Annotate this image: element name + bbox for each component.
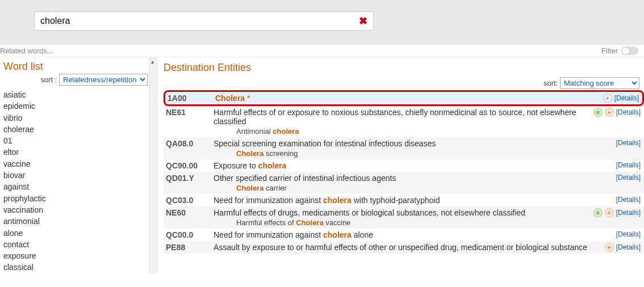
entity-subtext: Antimonial cholera xyxy=(236,127,593,136)
details-link[interactable]: [Details] xyxy=(616,230,641,238)
entity-subtext: Cholera carrier xyxy=(236,184,616,192)
postcoord-icon[interactable]: ≡ xyxy=(593,208,603,217)
entity-row[interactable]: NE61Harmful effects of or exposure to no… xyxy=(164,106,644,137)
wordlist-sort-select[interactable]: Relatedness/repetition xyxy=(59,74,148,86)
wordlist-sort-label: sort : xyxy=(40,75,57,84)
postcoord-icon[interactable]: ≡ xyxy=(593,108,603,117)
clear-icon[interactable]: ✖ xyxy=(359,15,367,27)
entity-description: Need for immunization against cholera al… xyxy=(214,230,616,239)
word-list-item[interactable]: biovar xyxy=(3,170,158,181)
entity-actions: +[Details] xyxy=(605,243,641,252)
details-link[interactable]: [Details] xyxy=(616,243,641,251)
word-list-panel: ▴ Word list sort : Relatedness/repetitio… xyxy=(0,57,158,273)
details-link[interactable]: [Details] xyxy=(616,209,641,217)
entities-title: Destination Entities xyxy=(164,62,644,74)
entity-row[interactable]: QD01.YOther specified carrier of intesti… xyxy=(164,172,644,194)
search-input[interactable] xyxy=(40,16,359,26)
details-link[interactable]: [Details] xyxy=(616,139,641,147)
meta-row: Related words... Filter xyxy=(0,45,644,57)
scroll-up-icon[interactable]: ▴ xyxy=(151,58,154,65)
word-list-item[interactable]: classical xyxy=(3,261,158,273)
search-box[interactable]: ✖ xyxy=(34,11,374,31)
entity-row[interactable]: NE60Harmful effects of drugs, medicament… xyxy=(164,206,644,229)
word-list-item[interactable]: vaccine xyxy=(3,158,158,170)
entity-description: Exposure to cholera xyxy=(214,161,616,170)
entities-table: 1A00Cholera *+[Details]NE61Harmful effec… xyxy=(164,90,644,254)
entity-subtext: Harmful effects of Cholera vaccine xyxy=(236,218,593,227)
word-list-item[interactable]: exposure xyxy=(3,250,158,261)
word-list-item[interactable]: cholerae xyxy=(3,124,158,135)
word-list-item[interactable]: vibrio xyxy=(3,112,158,124)
expand-icon[interactable]: + xyxy=(603,94,612,103)
expand-icon[interactable]: + xyxy=(605,243,614,252)
entity-code: PE88 xyxy=(166,243,214,252)
word-list-item[interactable]: prophylactic xyxy=(3,193,158,204)
entity-actions: ≡+[Details] xyxy=(593,108,641,117)
related-words-label: Related words... xyxy=(0,47,53,55)
filter-toggle[interactable] xyxy=(621,47,638,55)
filter-control[interactable]: Filter xyxy=(601,47,638,55)
entity-actions: +[Details] xyxy=(603,94,639,103)
entities-panel: Destination Entities sort: Matching scor… xyxy=(158,57,644,273)
entity-code: NE60 xyxy=(166,208,214,217)
word-list-item[interactable]: epidemic xyxy=(3,100,158,112)
entity-row[interactable]: QC90.00Exposure to cholera[Details] xyxy=(164,159,644,172)
entity-row[interactable]: QA08.0Special screening examination for … xyxy=(164,137,644,159)
details-link[interactable]: [Details] xyxy=(616,161,641,169)
expand-icon[interactable]: + xyxy=(605,108,614,117)
search-bar: ✖ xyxy=(0,0,644,45)
entity-row[interactable]: QC03.0Need for immunization against chol… xyxy=(164,194,644,206)
entity-actions: [Details] xyxy=(616,174,641,182)
entity-code: QA08.0 xyxy=(166,139,214,148)
word-list-item[interactable]: contact xyxy=(3,239,158,250)
word-list-item[interactable]: 01 xyxy=(3,135,158,146)
entity-code: QD01.Y xyxy=(166,174,214,183)
entity-description: Assault by exposure to or harmful effect… xyxy=(214,243,605,252)
entity-row[interactable]: QC00.0Need for immunization against chol… xyxy=(164,229,644,241)
word-list-item[interactable]: antimonial xyxy=(3,216,158,227)
entity-actions: [Details] xyxy=(616,230,641,238)
entity-row[interactable]: PE88Assault by exposure to or harmful ef… xyxy=(164,241,644,254)
word-list-item[interactable]: asiatic xyxy=(3,89,158,100)
expand-icon[interactable]: + xyxy=(605,208,614,217)
entity-subtext: Cholera screening xyxy=(236,149,616,158)
word-list-item[interactable]: against xyxy=(3,181,158,192)
scrollbar[interactable]: ▴ xyxy=(149,57,158,273)
entity-code: 1A00 xyxy=(168,94,215,103)
entities-sort-label: sort: xyxy=(543,79,558,87)
entity-description: Harmful effects of or exposure to noxiou… xyxy=(214,108,593,136)
entity-actions: [Details] xyxy=(616,196,641,204)
entity-actions: ≡+[Details] xyxy=(593,208,641,217)
entity-row[interactable]: 1A00Cholera *+[Details] xyxy=(164,90,644,106)
details-link[interactable]: [Details] xyxy=(616,174,641,182)
entity-actions: [Details] xyxy=(616,139,641,147)
details-link[interactable]: [Details] xyxy=(616,196,641,204)
entity-description: Other specified carrier of intestinal in… xyxy=(214,174,616,192)
word-list-item[interactable]: alone xyxy=(3,227,158,239)
details-link[interactable]: [Details] xyxy=(614,94,639,102)
entity-code: QC90.00 xyxy=(166,161,214,170)
entity-code: QC00.0 xyxy=(166,230,214,239)
word-list-item[interactable]: eltor xyxy=(3,146,158,158)
entity-description: Harmful effects of drugs, medicaments or… xyxy=(214,208,593,227)
entity-description: Need for immunization against cholera wi… xyxy=(214,196,616,205)
entity-code: QC03.0 xyxy=(166,196,214,205)
word-list-title: Word list xyxy=(3,61,158,73)
entities-sort-select[interactable]: Matching score xyxy=(560,77,639,89)
entity-actions: [Details] xyxy=(616,161,641,169)
filter-label: Filter xyxy=(601,47,618,55)
entity-description: Special screening examination for intest… xyxy=(214,139,616,158)
word-list-item[interactable]: vaccination xyxy=(3,204,158,216)
entity-code: NE61 xyxy=(166,108,214,117)
word-list: asiaticepidemicvibriocholerae01eltorvacc… xyxy=(3,89,158,273)
entity-description: Cholera * xyxy=(215,94,603,103)
details-link[interactable]: [Details] xyxy=(616,108,641,116)
